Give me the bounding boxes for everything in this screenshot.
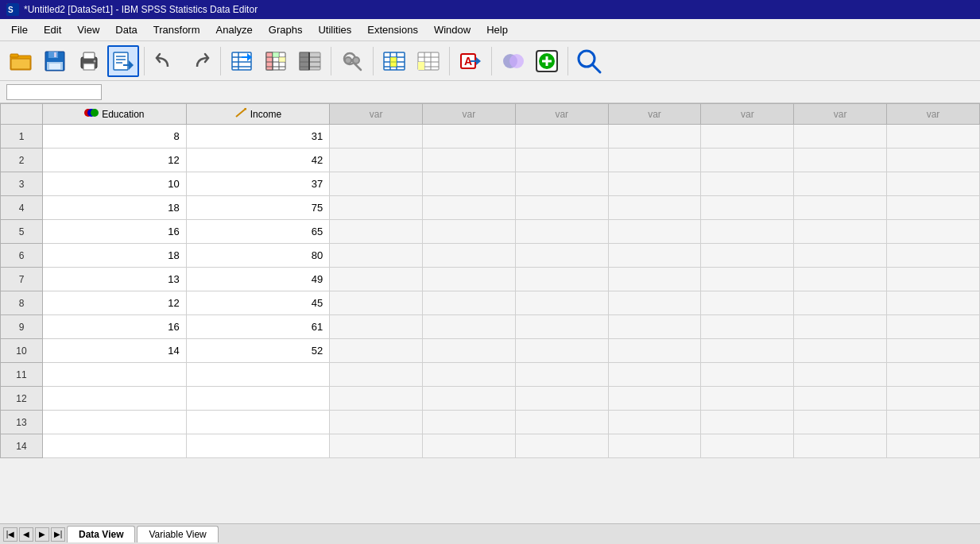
menu-transform[interactable]: Transform: [145, 21, 208, 39]
var-cell[interactable]: [515, 220, 608, 244]
var-cell[interactable]: [423, 244, 516, 268]
var-cell[interactable]: [701, 125, 794, 149]
education-cell[interactable]: [43, 363, 187, 387]
var-cell[interactable]: [423, 125, 516, 149]
income-cell[interactable]: 31: [186, 125, 330, 149]
var-cell[interactable]: [701, 339, 794, 363]
var-cell[interactable]: [794, 434, 887, 458]
var-cell[interactable]: [794, 268, 887, 291]
menu-data[interactable]: Data: [107, 21, 145, 39]
income-cell[interactable]: 45: [186, 291, 330, 315]
var-cell[interactable]: [515, 291, 608, 315]
var-cell[interactable]: [794, 339, 887, 363]
education-cell[interactable]: 18: [43, 244, 187, 268]
var-cell[interactable]: [608, 196, 701, 220]
weight-cases-button[interactable]: [413, 45, 444, 77]
var-cell[interactable]: [515, 268, 608, 291]
income-cell[interactable]: 37: [186, 172, 330, 196]
income-cell[interactable]: 80: [186, 244, 330, 268]
var-cell[interactable]: [423, 220, 516, 244]
var-cell[interactable]: [608, 387, 701, 411]
var-cell[interactable]: [887, 220, 980, 244]
var-cell[interactable]: [330, 339, 423, 363]
education-cell[interactable]: [43, 411, 187, 434]
var-cell[interactable]: [887, 149, 980, 172]
select-cases-button[interactable]: [378, 45, 410, 77]
var-col-header-5[interactable]: var: [701, 104, 794, 125]
var-cell[interactable]: [701, 363, 794, 387]
var-cell[interactable]: [701, 268, 794, 291]
education-cell[interactable]: 12: [43, 149, 187, 172]
insert-cases-button[interactable]: [226, 45, 258, 77]
var-cell[interactable]: [701, 387, 794, 411]
var-cell[interactable]: [701, 149, 794, 172]
utilities-button[interactable]: [497, 45, 529, 77]
education-cell[interactable]: [43, 434, 187, 458]
var-cell[interactable]: [701, 291, 794, 315]
income-cell[interactable]: [186, 363, 330, 387]
var-cell[interactable]: [330, 268, 423, 291]
education-column-header[interactable]: Education: [43, 104, 187, 125]
var-cell[interactable]: [608, 268, 701, 291]
var-cell[interactable]: [701, 411, 794, 434]
value-labels-button[interactable]: A: [455, 45, 486, 77]
income-cell[interactable]: 49: [186, 268, 330, 291]
var-cell[interactable]: [423, 291, 516, 315]
var-cell[interactable]: [515, 244, 608, 268]
education-cell[interactable]: 14: [43, 339, 187, 363]
menu-file[interactable]: File: [3, 21, 36, 39]
menu-graphs[interactable]: Graphs: [261, 21, 311, 39]
var-cell[interactable]: [330, 434, 423, 458]
menu-analyze[interactable]: Analyze: [208, 21, 261, 39]
income-cell[interactable]: 52: [186, 339, 330, 363]
education-cell[interactable]: 16: [43, 220, 187, 244]
save-button[interactable]: [39, 45, 71, 77]
var-cell[interactable]: [608, 244, 701, 268]
var-cell[interactable]: [887, 339, 980, 363]
var-col-header-2[interactable]: var: [423, 104, 516, 125]
var-cell[interactable]: [423, 411, 516, 434]
income-cell[interactable]: [186, 411, 330, 434]
var-cell[interactable]: [887, 291, 980, 315]
var-cell[interactable]: [701, 220, 794, 244]
var-cell[interactable]: [330, 172, 423, 196]
var-cell[interactable]: [423, 387, 516, 411]
var-cell[interactable]: [794, 315, 887, 339]
var-cell[interactable]: [608, 434, 701, 458]
income-column-header[interactable]: Income: [186, 104, 330, 125]
var-cell[interactable]: [887, 196, 980, 220]
var-cell[interactable]: [608, 220, 701, 244]
income-cell[interactable]: [186, 387, 330, 411]
var-cell[interactable]: [701, 434, 794, 458]
var-cell[interactable]: [701, 172, 794, 196]
var-cell[interactable]: [515, 387, 608, 411]
var-cell[interactable]: [330, 125, 423, 149]
var-col-header-7[interactable]: var: [887, 104, 980, 125]
var-cell[interactable]: [423, 339, 516, 363]
undo-button[interactable]: [149, 45, 181, 77]
var-cell[interactable]: [515, 434, 608, 458]
var-cell[interactable]: [515, 339, 608, 363]
var-cell[interactable]: [423, 149, 516, 172]
menu-edit[interactable]: Edit: [36, 21, 69, 39]
var-cell[interactable]: [330, 363, 423, 387]
var-cell[interactable]: [794, 387, 887, 411]
education-cell[interactable]: 8: [43, 125, 187, 149]
var-cell[interactable]: [887, 172, 980, 196]
var-cell[interactable]: [423, 172, 516, 196]
add-button[interactable]: [531, 45, 563, 77]
income-cell[interactable]: 61: [186, 315, 330, 339]
var-cell[interactable]: [608, 411, 701, 434]
var-cell[interactable]: [794, 125, 887, 149]
var-cell[interactable]: [423, 268, 516, 291]
var-cell[interactable]: [330, 244, 423, 268]
education-cell[interactable]: 16: [43, 315, 187, 339]
tab-data-view[interactable]: Data View: [67, 526, 135, 542]
var-cell[interactable]: [794, 244, 887, 268]
var-col-header-3[interactable]: var: [515, 104, 608, 125]
var-col-header-1[interactable]: var: [330, 104, 423, 125]
var-cell[interactable]: [515, 125, 608, 149]
var-cell[interactable]: [794, 196, 887, 220]
grid-scroll-area[interactable]: Education Income: [0, 103, 980, 523]
education-cell[interactable]: 18: [43, 196, 187, 220]
